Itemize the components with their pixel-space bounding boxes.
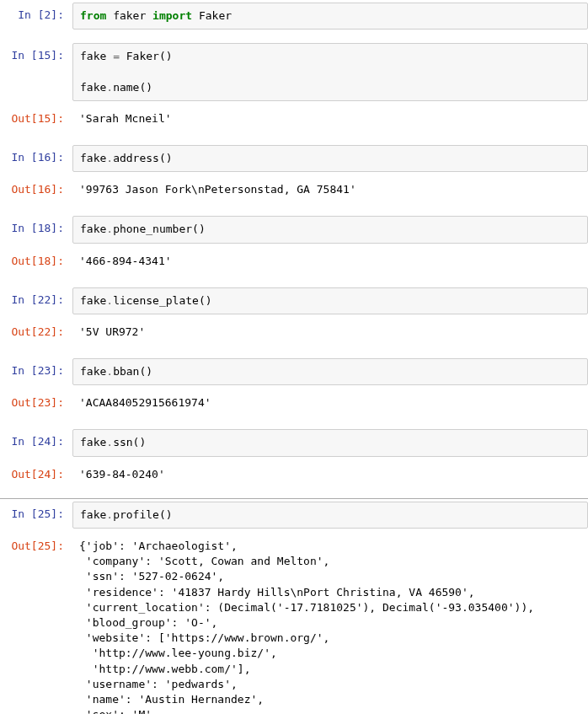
code-token: fake (80, 294, 106, 307)
code-input[interactable]: fake.phone_number() (72, 216, 588, 243)
code-token: . (106, 294, 113, 307)
code-token: Faker (192, 9, 232, 22)
output-text: '466-894-4341' (72, 249, 588, 274)
code-token: . (106, 223, 113, 235)
output-prompt: Out[16]: (0, 177, 72, 197)
code-token: profile() (113, 508, 172, 521)
code-token: . (106, 508, 113, 521)
cell-group: In [23]:fake.bban()Out[23]:'ACAA84052915… (0, 356, 588, 427)
code-input[interactable]: fake.license_plate() (72, 287, 588, 314)
code-token: fake (80, 365, 106, 378)
code-token: fake (80, 508, 106, 521)
cell-group: In [15]:fake = Faker() fake.name()Out[15… (0, 40, 588, 142)
code-token: . (106, 365, 113, 378)
input-cell: In [25]:fake.profile() (0, 499, 588, 531)
code-token: fake (80, 436, 106, 448)
output-cell: Out[24]:'639-84-0240' (0, 459, 588, 490)
input-cell: In [23]:fake.bban() (0, 356, 588, 388)
output-prompt: Out[15]: (0, 106, 72, 126)
input-prompt: In [25]: (0, 502, 72, 522)
input-prompt: In [22]: (0, 287, 72, 308)
code-token: . (106, 152, 113, 164)
code-token: fake (80, 50, 113, 62)
code-input[interactable]: fake.profile() (72, 502, 588, 529)
output-cell: Out[18]:'466-894-4341' (0, 246, 588, 276)
input-prompt: In [23]: (0, 358, 72, 378)
output-prompt: Out[22]: (0, 319, 72, 340)
input-cell: In [16]:fake.address() (0, 142, 588, 174)
output-text: '639-84-0240' (72, 462, 588, 487)
output-cell: Out[23]:'ACAA84052915661974' (0, 388, 588, 418)
input-cell: In [18]:fake.phone_number() (0, 213, 588, 245)
code-token: . (106, 81, 113, 94)
code-input[interactable]: fake.bban() (72, 358, 588, 385)
code-token: license_plate() (113, 294, 211, 307)
code-token: = (113, 50, 120, 62)
output-cell: Out[15]:'Sarah Mcneil' (0, 104, 588, 134)
cell-group: In [25]:fake.profile()Out[25]:{'job': 'A… (0, 499, 588, 714)
output-cell: Out[22]:'5V UR972' (0, 317, 588, 347)
code-token: fake (80, 223, 106, 235)
input-cell: In [24]:fake.ssn() (0, 427, 588, 459)
input-prompt: In [24]: (0, 429, 72, 449)
input-cell: In [2]:from faker import Faker (0, 0, 588, 32)
code-token: address() (113, 152, 172, 164)
code-token: name() (113, 81, 152, 94)
input-prompt: In [16]: (0, 145, 72, 165)
code-input[interactable]: fake.ssn() (72, 429, 588, 456)
code-input[interactable]: from faker import Faker (72, 3, 588, 30)
output-text: '5V UR972' (72, 319, 588, 345)
input-prompt: In [18]: (0, 216, 72, 236)
input-cell: In [15]:fake = Faker() fake.name() (0, 40, 588, 104)
code-token: bban() (113, 365, 152, 378)
code-token: faker (106, 9, 152, 22)
cell-group: In [2]:from faker import Faker (0, 0, 588, 40)
jupyter-notebook: In [2]:from faker import FakerIn [15]:fa… (0, 0, 588, 714)
input-cell: In [22]:fake.license_plate() (0, 285, 588, 317)
code-token: ssn() (113, 436, 146, 448)
code-token: from (80, 9, 106, 22)
output-text: 'Sarah Mcneil' (72, 106, 588, 132)
output-text: 'ACAA84052915661974' (72, 390, 588, 416)
output-text: '99763 Jason Fork\nPetersonstad, GA 7584… (72, 177, 588, 202)
output-text: {'job': 'Archaeologist', 'company': 'Sco… (72, 534, 588, 714)
code-input[interactable]: fake = Faker() fake.name() (72, 43, 588, 101)
input-prompt: In [15]: (0, 43, 72, 63)
code-token: fake (80, 152, 106, 164)
input-prompt: In [2]: (0, 3, 72, 23)
code-input[interactable]: fake.address() (72, 145, 588, 172)
output-prompt: Out[25]: (0, 534, 72, 554)
cell-group: In [22]:fake.license_plate()Out[22]:'5V … (0, 285, 588, 356)
output-cell: Out[25]:{'job': 'Archaeologist', 'compan… (0, 531, 588, 714)
output-prompt: Out[23]: (0, 390, 72, 411)
cell-group: In [24]:fake.ssn()Out[24]:'639-84-0240' (0, 427, 588, 497)
output-cell: Out[16]:'99763 Jason Fork\nPetersonstad,… (0, 174, 588, 205)
cell-group: In [18]:fake.phone_number()Out[18]:'466-… (0, 213, 588, 284)
output-prompt: Out[18]: (0, 249, 72, 269)
code-token: import (152, 9, 192, 22)
code-token: phone_number() (113, 223, 206, 235)
output-prompt: Out[24]: (0, 462, 72, 482)
code-token: . (106, 436, 113, 448)
cell-group: In [16]:fake.address()Out[16]:'99763 Jas… (0, 142, 588, 213)
